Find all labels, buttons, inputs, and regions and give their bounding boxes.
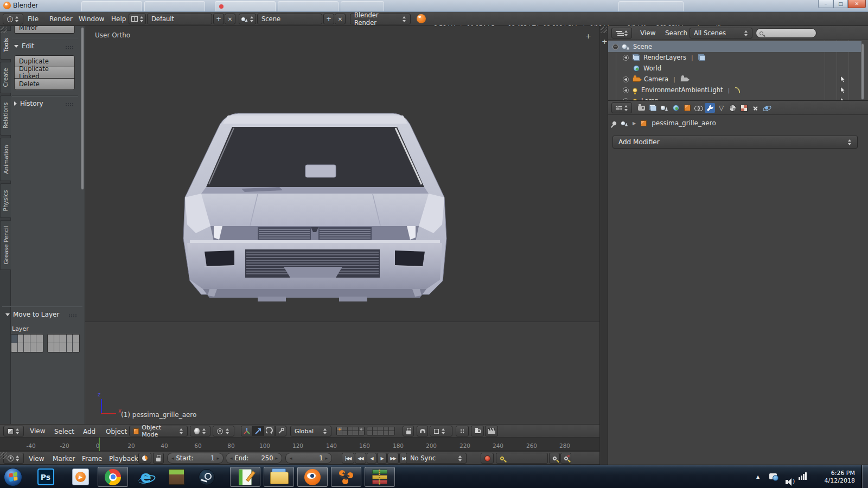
sync-mode-select[interactable]: No Sync <box>406 453 467 464</box>
outliner-search-input[interactable] <box>756 28 816 38</box>
corner-resize-hatch-icon[interactable] <box>1 452 7 459</box>
scale-manipulator-button[interactable] <box>275 426 286 436</box>
tab-scene[interactable] <box>659 103 669 113</box>
menu-view[interactable]: View <box>27 425 48 438</box>
editor-type-button-info[interactable] <box>3 14 23 24</box>
play-reverse-button[interactable]: ◀ <box>367 453 376 464</box>
tab-physics[interactable]: Physics <box>0 183 11 218</box>
menu-view-timeline[interactable]: View <box>26 452 47 466</box>
tab-particles[interactable] <box>750 103 761 113</box>
layer-grid-left[interactable] <box>11 334 43 352</box>
tab-constraints[interactable] <box>693 103 704 113</box>
outliner-item-label[interactable]: RenderLayers <box>643 54 686 61</box>
menu-search-outliner[interactable]: Search <box>662 26 690 40</box>
snap-element-select[interactable] <box>430 426 452 436</box>
tab-create[interactable]: Create <box>0 62 11 93</box>
scene-icon-button[interactable] <box>239 14 256 24</box>
taskbar-minecraft[interactable] <box>164 467 189 487</box>
outliner-row-world[interactable]: World <box>608 63 861 74</box>
use-preview-range-button[interactable] <box>138 453 151 464</box>
menu-select[interactable]: Select <box>52 425 77 439</box>
tab-tools[interactable]: Tools <box>0 30 11 60</box>
tab-physics[interactable] <box>762 103 772 113</box>
tab-material[interactable] <box>727 103 738 113</box>
close-button[interactable]: ✕ <box>848 0 866 8</box>
screen-layout-icon-button[interactable] <box>129 14 146 24</box>
taskbar-winrar[interactable] <box>365 467 395 487</box>
taskbar-blender[interactable] <box>297 467 328 487</box>
pivot-point-select[interactable] <box>213 426 234 436</box>
outliner-row-scene[interactable]: Scene <box>608 41 861 52</box>
menu-view-outliner[interactable]: View <box>637 26 658 40</box>
show-desktop-button[interactable] <box>861 465 868 488</box>
layer-cell-active[interactable] <box>11 335 18 343</box>
menu-frame[interactable]: Frame <box>79 452 105 466</box>
tab-modifiers[interactable] <box>705 103 715 113</box>
taskbar-chrome[interactable] <box>98 467 128 487</box>
taskbar-internet-explorer[interactable]: e <box>133 467 158 487</box>
editor-type-button-properties[interactable] <box>611 102 632 113</box>
jump-to-start-button[interactable]: |◀◀ <box>342 453 354 464</box>
decrement-arrow-icon[interactable]: ◂ <box>230 455 233 461</box>
taskbar-modeling-app[interactable] <box>331 467 361 487</box>
minimize-button[interactable]: – <box>818 0 833 8</box>
outliner-row-lamp[interactable]: Lamp <box>608 95 861 101</box>
viewport-shading-select[interactable] <box>190 426 210 436</box>
outliner-row-renderlayers[interactable]: RenderLayers | <box>608 52 861 63</box>
selectable-cursor-icon[interactable] <box>840 87 846 94</box>
outliner-item-label[interactable]: Scene <box>633 43 652 50</box>
layer-grid-right[interactable] <box>47 334 80 352</box>
start-frame-field[interactable]: ◂ Start: 1 ▸ <box>167 453 224 464</box>
mode-select[interactable]: Object Mode <box>129 426 188 436</box>
start-button[interactable] <box>2 467 24 487</box>
manipulator-axis-button[interactable] <box>241 426 252 436</box>
duplicate-linked-button[interactable]: Duplicate Linked <box>14 67 75 79</box>
play-button[interactable]: ▶ <box>377 453 387 464</box>
region-expand-icon[interactable]: + <box>585 33 591 40</box>
transform-orientation-select[interactable]: Global <box>290 426 331 436</box>
layers-grid-right[interactable] <box>367 427 395 435</box>
taskbar-photoshop[interactable]: Ps <box>34 467 58 487</box>
collapse-icon[interactable] <box>612 44 618 50</box>
decrement-arrow-icon[interactable]: ◂ <box>290 455 292 461</box>
window-titlebar[interactable]: Blender – □ ✕ <box>0 0 868 12</box>
expand-icon[interactable] <box>623 76 629 82</box>
expand-icon[interactable] <box>623 87 629 93</box>
maximize-button[interactable]: □ <box>833 0 848 8</box>
delete-layout-button[interactable]: ✕ <box>225 14 235 24</box>
taskbar-clock[interactable]: 6:26 PM 4/12/2018 <box>812 470 855 485</box>
editor-type-button-outliner[interactable] <box>611 28 632 38</box>
rotate-manipulator-button[interactable] <box>264 426 275 436</box>
menu-object[interactable]: Object <box>103 425 130 439</box>
keying-set-field[interactable] <box>496 453 548 464</box>
outliner-item-label[interactable]: EnvironmentAmbientLight <box>641 86 723 94</box>
network-tray-icon[interactable] <box>769 473 777 479</box>
pin-icon[interactable] <box>612 120 617 126</box>
taskbar-media-player[interactable]: ▶ <box>68 467 92 487</box>
outliner-item-label[interactable]: Camera <box>644 75 668 83</box>
render-engine-select[interactable]: Blender Render <box>350 14 411 24</box>
taskbar-text-editor[interactable] <box>230 467 260 487</box>
signal-tray-icon[interactable] <box>799 472 807 480</box>
selectable-cursor-icon[interactable] <box>840 76 846 83</box>
layers-grid-left[interactable] <box>336 427 365 435</box>
tab-texture[interactable] <box>739 103 749 113</box>
outliner-row-environmentambientlight[interactable]: EnvironmentAmbientLight | <box>608 85 861 95</box>
end-frame-field[interactable]: ◂ End: 250 ▸ <box>226 453 282 464</box>
tab-object-data[interactable]: ▽ <box>716 103 726 113</box>
history-panel-header[interactable]: History <box>14 100 43 107</box>
previous-keyframe-button[interactable]: ◀◀ <box>355 453 366 464</box>
add-scene-button[interactable]: + <box>323 14 334 24</box>
corner-resize-hatch-icon[interactable] <box>601 27 607 33</box>
menu-help[interactable]: Help <box>108 12 129 26</box>
tab-animation[interactable]: Animation <box>0 138 11 181</box>
tab-grease-pencil[interactable]: Grease Pencil <box>0 220 11 270</box>
mirror-button[interactable]: Mirror <box>14 26 75 34</box>
opengl-render-anim-button[interactable] <box>485 426 498 436</box>
menu-add[interactable]: Add <box>80 425 98 439</box>
show-hidden-icons-button[interactable]: ▲ <box>756 474 760 479</box>
delete-button[interactable]: Delete <box>14 78 75 90</box>
panel-grip-icon[interactable] <box>68 314 78 318</box>
tool-shelf-scrollbar[interactable] <box>81 27 84 190</box>
add-modifier-button[interactable]: Add Modifier <box>612 136 858 149</box>
